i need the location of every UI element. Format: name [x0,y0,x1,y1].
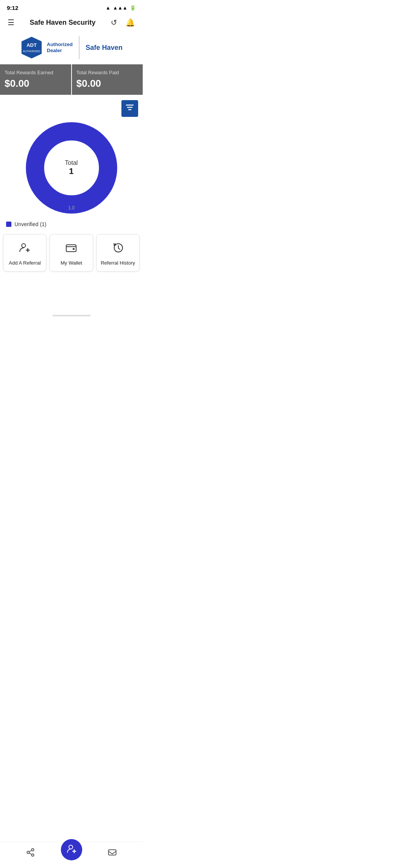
company-name: Safe Haven [80,44,123,52]
authorized-dealer-text: Authorized Dealer [47,41,73,53]
legend-dot-unverified [6,222,11,227]
menu-button[interactable]: ☰ [6,16,16,29]
legend-row: Unverified (1) [0,220,143,231]
filter-button[interactable] [121,100,138,117]
donut-center: Total 1 [65,160,78,176]
rewards-paid-label: Total Rewards Paid [76,70,139,75]
signal-icon: ▲▲▲ [113,5,127,11]
my-wallet-icon [65,241,77,256]
rewards-earned-card: Total Rewards Earned $0.00 [0,64,71,95]
filter-row [0,98,143,118]
svg-rect-8 [73,248,75,250]
referral-history-icon [112,241,124,256]
brand-left: ADT AUTHORIZED Authorized Dealer [20,36,80,59]
legend-label-unverified: Unverified (1) [14,221,46,227]
rewards-earned-label: Total Rewards Earned [5,70,67,75]
home-indicator [0,312,143,319]
notification-button[interactable]: 🔔 [124,16,137,29]
brand-header: ADT AUTHORIZED Authorized Dealer Safe Ha… [0,32,143,64]
rewards-earned-amount: $0.00 [5,78,67,89]
wifi-icon: ▲ [106,5,111,11]
rewards-row: Total Rewards Earned $0.00 Total Rewards… [0,64,143,98]
svg-point-6 [22,244,25,247]
add-referral-button[interactable]: Add A Referral [3,234,46,271]
refresh-icon: ↺ [111,18,117,27]
rewards-paid-amount: $0.00 [76,78,139,89]
menu-icon: ☰ [8,18,14,27]
add-referral-label: Add A Referral [9,260,41,266]
status-time: 9:12 [7,5,18,11]
page-title: Safe Haven Security [30,19,96,27]
refresh-button[interactable]: ↺ [109,16,119,29]
my-wallet-label: My Wallet [61,260,82,266]
add-referral-icon [19,241,31,256]
battery-icon: 🔋 [130,5,136,11]
referral-history-button[interactable]: Referral History [96,234,140,271]
donut-chart: Total 1 1.0 [26,122,117,214]
authorized-text: Authorized [47,41,73,48]
status-bar: 9:12 ▲ ▲▲▲ 🔋 [0,0,143,14]
adt-logo: ADT AUTHORIZED [20,36,43,59]
chart-area: Total 1 1.0 [0,118,143,220]
action-buttons: Add A Referral My Wallet Referral Histor… [0,231,143,278]
referral-history-label: Referral History [101,260,135,266]
donut-total-number: 1 [65,166,78,176]
dealer-text: Dealer [47,48,73,54]
filter-icon [126,104,134,114]
my-wallet-button[interactable]: My Wallet [49,234,93,271]
donut-sub-label: 1.0 [68,205,75,211]
svg-rect-7 [66,245,76,252]
svg-text:AUTHORIZED: AUTHORIZED [23,50,40,53]
status-icons: ▲ ▲▲▲ 🔋 [106,5,136,11]
notification-icon: 🔔 [126,18,135,27]
donut-total-label: Total [65,160,78,166]
rewards-paid-card: Total Rewards Paid $0.00 [72,64,143,95]
top-nav: ☰ Safe Haven Security ↺ 🔔 [0,14,143,32]
home-bar [53,315,91,316]
nav-icons: ↺ 🔔 [109,16,137,29]
svg-text:ADT: ADT [27,42,37,48]
